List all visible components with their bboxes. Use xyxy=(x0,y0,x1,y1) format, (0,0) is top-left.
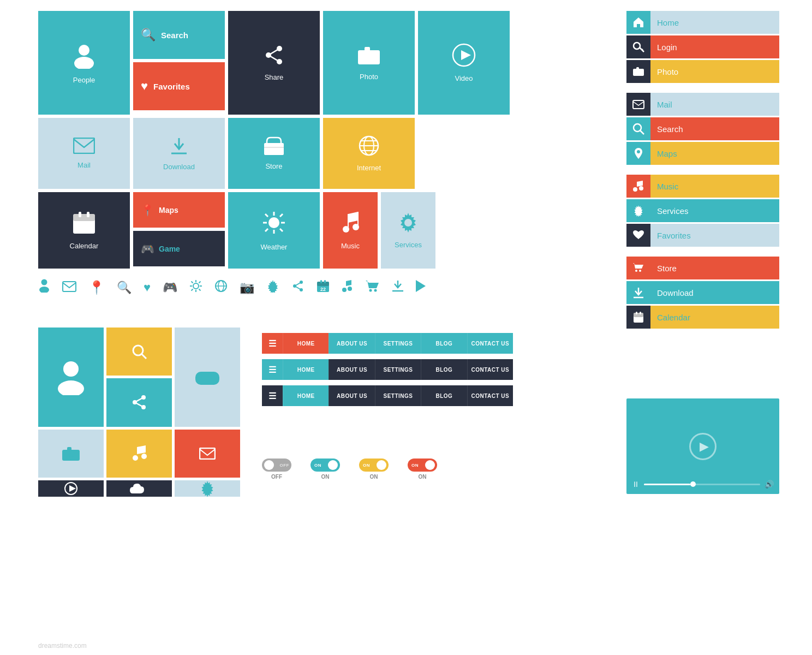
nb1-settings[interactable]: SETTINGS xyxy=(375,333,421,354)
bt-share[interactable] xyxy=(106,378,172,426)
tile-video[interactable]: Video xyxy=(418,11,510,115)
nav-item-mail[interactable]: Mail xyxy=(626,93,779,116)
tile-people[interactable]: People xyxy=(38,11,130,115)
pause-button[interactable]: ⏸ xyxy=(632,480,640,489)
nav-group-3: Music Services Favorites xyxy=(626,175,779,247)
tile-store[interactable]: Store xyxy=(228,118,320,189)
bt-person[interactable] xyxy=(38,327,104,427)
nav-item-services[interactable]: Services xyxy=(626,199,779,222)
nb2-home[interactable]: HOME xyxy=(283,359,329,380)
menu-btn-2[interactable]: ☰ xyxy=(262,359,283,380)
mail-icon xyxy=(73,138,95,158)
svg-line-83 xyxy=(135,397,144,402)
nb3-blog[interactable]: BLOG xyxy=(421,385,467,406)
location-icon-sm: 📍 xyxy=(88,280,105,295)
toggle-1-switch[interactable]: OFF xyxy=(262,458,291,472)
volume-button[interactable]: 🔊 xyxy=(765,480,774,489)
globe-icon-sm xyxy=(214,279,228,296)
nav-item-store[interactable]: Store xyxy=(626,257,779,279)
tile-mail[interactable]: Mail xyxy=(38,118,130,189)
heart-nav-icon xyxy=(626,224,650,247)
bt-game[interactable] xyxy=(175,327,240,427)
nav-item-favorites[interactable]: Favorites xyxy=(626,224,779,247)
progress-knob[interactable] xyxy=(690,481,696,487)
nb3-settings[interactable]: SETTINGS xyxy=(375,385,421,406)
nav-item-home[interactable]: Home xyxy=(626,11,779,34)
download-icon-sm xyxy=(392,279,404,296)
nav-login-label: Login xyxy=(650,35,779,58)
tile-calendar[interactable]: 22 Calendar xyxy=(38,192,130,269)
bt-cloud[interactable] xyxy=(106,480,172,497)
nav-item-search[interactable]: Search xyxy=(626,117,779,140)
tile-game[interactable]: 🎮 Game xyxy=(133,231,225,266)
svg-rect-67 xyxy=(324,280,326,283)
tile-download[interactable]: Download xyxy=(133,118,225,189)
nb2-about[interactable]: ABOUT US xyxy=(329,359,374,380)
video-play-button[interactable]: ▶ xyxy=(689,433,717,460)
nb3-about[interactable]: ABOUT US xyxy=(329,385,374,406)
bt-mail[interactable] xyxy=(175,430,240,478)
svg-line-33 xyxy=(265,214,268,217)
nav-item-photo[interactable]: Photo xyxy=(626,60,779,83)
svg-point-43 xyxy=(41,279,47,285)
nav-item-maps[interactable]: Maps xyxy=(626,142,779,165)
bt-camera[interactable] xyxy=(38,430,104,478)
nb1-about[interactable]: ABOUT US xyxy=(329,333,374,354)
nb2-contact[interactable]: CONTACT US xyxy=(467,359,513,380)
tile-favorites[interactable]: ♥ Favorites xyxy=(133,62,225,110)
svg-point-42 xyxy=(404,219,412,227)
nb2-blog[interactable]: BLOG xyxy=(421,359,467,380)
menu-btn-1[interactable]: ☰ xyxy=(262,333,283,354)
svg-rect-98 xyxy=(200,448,215,459)
nav-services-label: Services xyxy=(650,199,779,222)
nb2-settings[interactable]: SETTINGS xyxy=(375,359,421,380)
nb3-home[interactable]: HOME xyxy=(283,385,329,406)
nav-bar-3: ☰ HOME ABOUT US SETTINGS BLOG CONTACT US xyxy=(262,385,513,406)
progress-bar[interactable] xyxy=(644,484,760,485)
tile-weather[interactable]: Weather xyxy=(228,192,320,269)
bt-search[interactable] xyxy=(106,327,172,376)
person-icon xyxy=(70,41,98,73)
play-icon xyxy=(452,43,476,71)
toggle-3-switch[interactable]: ON xyxy=(359,458,389,472)
toggle-4-switch[interactable]: ON xyxy=(408,458,437,472)
tile-internet[interactable]: Internet xyxy=(323,118,415,189)
svg-line-62 xyxy=(295,282,301,286)
menu-btn-3[interactable]: ☰ xyxy=(262,385,283,406)
bt-settings[interactable] xyxy=(175,480,240,497)
camera-icon xyxy=(357,45,381,69)
nb1-blog[interactable]: BLOG xyxy=(421,333,467,354)
download-icon xyxy=(169,136,189,159)
svg-point-44 xyxy=(39,287,49,293)
nav-item-login[interactable]: Login xyxy=(626,35,779,58)
watermark-text: dreamstime.com xyxy=(38,642,87,650)
bt-video[interactable] xyxy=(38,480,104,497)
nav-item-download[interactable]: Download xyxy=(626,281,779,304)
tile-search[interactable]: 🔍 Search xyxy=(133,11,225,59)
toggle-4-knob xyxy=(425,460,435,470)
nb1-home[interactable]: HOME xyxy=(283,333,329,354)
nb1-contact[interactable]: CONTACT US xyxy=(467,333,513,354)
services-nav-icon xyxy=(626,199,650,222)
toggle-2-switch[interactable]: ON xyxy=(311,458,340,472)
toggle-1: OFF OFF xyxy=(262,458,291,480)
nav-group-1: Home Login Photo xyxy=(626,11,779,83)
nb3-contact[interactable]: CONTACT US xyxy=(467,385,513,406)
nav-item-calendar[interactable]: 22 Calendar xyxy=(626,306,779,329)
toggle-3: ON ON xyxy=(359,458,389,480)
tile-music[interactable]: Music xyxy=(323,192,378,269)
video-controls: ⏸ 🔊 xyxy=(626,480,779,489)
nav-group-2: Mail Search Maps xyxy=(626,93,779,165)
svg-point-112 xyxy=(633,187,637,192)
tile-photo[interactable]: Photo xyxy=(323,11,415,115)
nb2-items: HOME ABOUT US SETTINGS BLOG CONTACT US xyxy=(283,359,513,380)
svg-text:22: 22 xyxy=(320,287,326,292)
toggle-4-state: ON xyxy=(419,474,427,480)
heart-icon-sm: ♥ xyxy=(144,281,151,295)
tile-maps[interactable]: 📍 Maps xyxy=(133,192,225,228)
tile-share[interactable]: Share xyxy=(228,11,320,115)
nav-item-music[interactable]: Music xyxy=(626,175,779,198)
tile-services[interactable]: Services xyxy=(381,192,435,269)
svg-line-5 xyxy=(268,49,279,55)
bt-music[interactable] xyxy=(106,430,172,478)
